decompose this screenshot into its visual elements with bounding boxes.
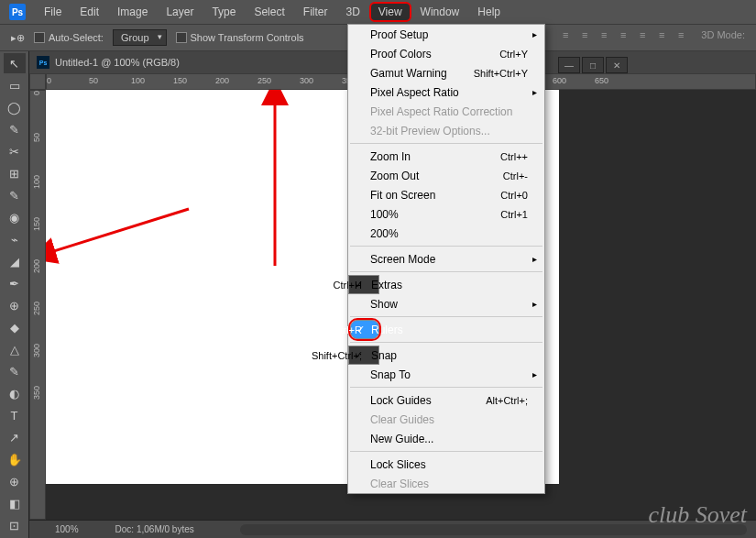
auto-select-label: Auto-Select: [49,32,104,43]
auto-select-option[interactable]: Auto-Select: [34,32,104,43]
menu-item-gamut-warning[interactable]: Gamut WarningShift+Ctrl+Y [348,63,544,82]
align-icon[interactable]: ≡ [596,27,612,42]
menu-file[interactable]: File [35,2,71,22]
tool-6[interactable]: ✎ [4,185,26,205]
align-icon[interactable]: ≡ [557,27,574,42]
minimize-button[interactable]: — [558,57,580,73]
menu-image[interactable]: Image [108,2,157,22]
menu-type[interactable]: Type [203,2,245,22]
tool-17[interactable]: ↗ [4,427,26,447]
menu-item-snap[interactable]: SnapShift+Ctrl+; [348,346,379,365]
vertical-ruler[interactable]: 050100150200250300350 [29,90,46,520]
menu-separator [350,271,542,272]
menu-item-lock-guides[interactable]: Lock GuidesAlt+Ctrl+; [348,390,544,410]
alignment-icons: ≡ ≡ ≡ ≡ ≡ ≡ ≡ 3D Mode: [557,27,745,42]
menu-item-new-guide-[interactable]: New Guide... [348,429,544,448]
menu-separator [350,246,542,247]
tools-panel: ↖▭◯✎✂⊞✎◉⌁◢✒⊕◆△✎◐T↗✋⊕◧⊡ [0,51,29,538]
status-bar: 100% Doc: 1,06M/0 bytes [29,520,756,538]
checkbox-icon[interactable] [34,32,45,43]
tool-10[interactable]: ✒ [4,273,26,293]
ruler-tick: 200 [32,259,41,273]
align-icon[interactable]: ≡ [653,27,670,42]
ruler-tick: 250 [257,76,271,85]
ruler-tick: 100 [131,76,145,85]
tool-3[interactable]: ✎ [4,119,26,139]
menu-help[interactable]: Help [468,2,509,22]
horizontal-scrollbar[interactable] [240,524,747,535]
menu-item-label: Lock Guides [370,394,432,407]
tool-11[interactable]: ⊕ [4,295,26,315]
tool-21[interactable]: ⊡ [4,515,26,535]
tool-1[interactable]: ▭ [4,75,26,95]
tool-15[interactable]: ◐ [4,383,26,403]
menu-item-100-[interactable]: 100%Ctrl+1 [348,204,544,224]
menu-item-show[interactable]: Show [348,294,544,313]
menu-item-proof-setup[interactable]: Proof Setup [348,25,544,44]
align-icon[interactable]: ≡ [615,27,631,42]
tool-19[interactable]: ⊕ [4,471,26,491]
shortcut-label: Ctrl+0 [500,190,528,201]
menu-item-32-bit-preview-options-: 32-bit Preview Options... [348,121,544,140]
move-tool-indicator: ▸⊕ [11,32,25,44]
menu-item-pixel-aspect-ratio[interactable]: Pixel Aspect Ratio [348,82,544,102]
menu-item-200-[interactable]: 200% [348,224,544,243]
menu-item-zoom-out[interactable]: Zoom OutCtrl+- [348,166,544,185]
menu-item-label: Snap [371,349,397,362]
menu-item-label: 200% [370,227,399,240]
tool-0[interactable]: ↖ [4,53,26,73]
maximize-button[interactable]: □ [582,57,604,73]
tool-8[interactable]: ⌁ [4,229,26,249]
menu-separator [350,143,542,144]
menu-item-screen-mode[interactable]: Screen Mode [348,249,544,269]
tool-7[interactable]: ◉ [4,207,26,227]
tool-13[interactable]: △ [4,339,26,359]
menu-item-clear-guides: Clear Guides [348,410,544,429]
menu-item-rulers[interactable]: RulersCtrl+R [350,320,379,339]
ruler-corner [29,73,46,90]
close-button[interactable]: ✕ [606,57,628,73]
tool-9[interactable]: ◢ [4,251,26,271]
menu-item-proof-colors[interactable]: Proof ColorsCtrl+Y [348,44,544,63]
ruler-tick: 150 [173,76,187,85]
view-menu-dropdown: Proof SetupProof ColorsCtrl+YGamut Warni… [347,24,545,494]
tool-2[interactable]: ◯ [4,97,26,117]
menu-filter[interactable]: Filter [294,2,337,22]
menu-item-zoom-in[interactable]: Zoom InCtrl++ [348,147,544,166]
document-tab[interactable]: Untitled-1 @ 100% (RGB/8) [55,57,180,68]
tool-16[interactable]: T [4,405,26,425]
shortcut-label: Ctrl++ [500,151,528,162]
zoom-level[interactable]: 100% [55,524,79,534]
menu-view[interactable]: View [369,2,411,22]
tool-14[interactable]: ✎ [4,361,26,381]
checkbox-icon[interactable] [176,32,187,43]
align-icon[interactable]: ≡ [576,27,593,42]
tool-4[interactable]: ✂ [4,141,26,161]
menu-item-lock-slices[interactable]: Lock Slices [348,455,544,474]
tool-20[interactable]: ◧ [4,493,26,513]
align-icon[interactable]: ≡ [634,27,651,42]
menu-item-label: Extras [371,279,402,291]
tool-18[interactable]: ✋ [4,449,26,469]
tool-5[interactable]: ⊞ [4,163,26,183]
menu-item-snap-to[interactable]: Snap To [348,365,544,384]
menu-3d[interactable]: 3D [336,2,368,22]
menu-item-label: Gamut Warning [370,67,447,80]
menu-item-label: Pixel Aspect Ratio Correction [370,105,512,118]
menu-layer[interactable]: Layer [157,2,203,22]
group-dropdown[interactable]: Group [113,29,167,46]
transform-option[interactable]: Show Transform Controls [176,32,304,43]
menu-item-extras[interactable]: ExtrasCtrl+H [348,275,379,294]
menu-item-pixel-aspect-ratio-correction: Pixel Aspect Ratio Correction [348,102,544,121]
menu-separator [350,451,542,452]
tool-12[interactable]: ◆ [4,317,26,337]
doc-size: Doc: 1,06M/0 bytes [115,524,194,534]
shortcut-label: Ctrl+- [503,170,528,181]
align-icon[interactable]: ≡ [673,27,689,42]
menu-separator [350,342,542,343]
menu-window[interactable]: Window [411,2,469,22]
menu-item-label: New Guide... [370,433,433,445]
menu-item-fit-on-screen[interactable]: Fit on ScreenCtrl+0 [348,185,544,204]
menu-edit[interactable]: Edit [71,2,108,22]
menu-select[interactable]: Select [245,2,293,22]
